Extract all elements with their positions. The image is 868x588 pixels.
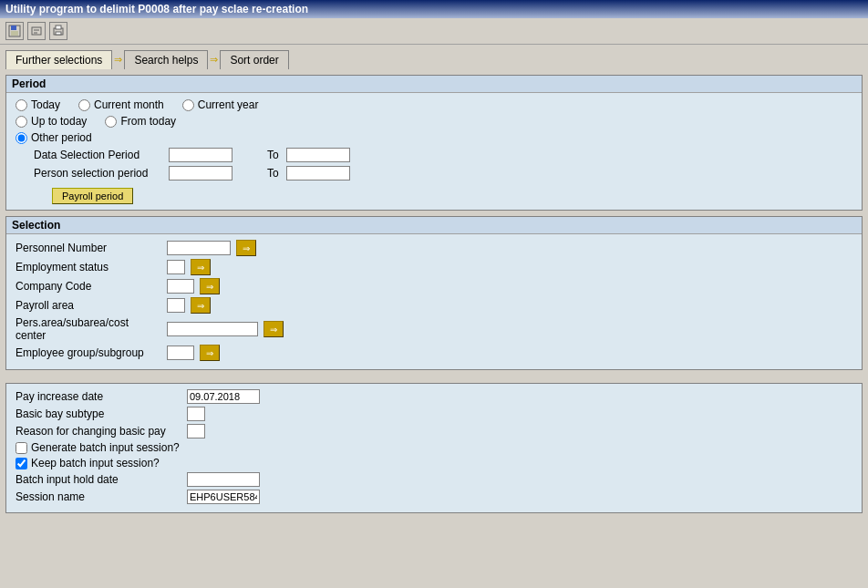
svg-rect-8	[56, 32, 61, 35]
tab-arrow-1: ⇒	[114, 54, 122, 66]
employment-status-input[interactable]	[167, 260, 185, 274]
sort-order-label: Sort order	[230, 54, 278, 67]
basic-bay-subtype-input[interactable]	[187, 407, 205, 421]
payroll-area-label: Payroll area	[16, 299, 161, 312]
further-selections-tab[interactable]: Further selections	[5, 50, 112, 69]
basic-bay-subtype-label: Basic bay subtype	[16, 407, 180, 420]
employee-group-label: Employee group/subgroup	[16, 346, 161, 359]
period-section: Period Today Current month Current year	[5, 75, 863, 211]
radio-current-month[interactable]	[78, 99, 90, 111]
command-icon[interactable]	[27, 22, 46, 40]
search-helps-label: Search helps	[134, 54, 198, 67]
payroll-area-arrow[interactable]: ⇒	[191, 297, 211, 314]
svg-rect-1	[11, 26, 16, 30]
svg-rect-3	[32, 27, 41, 35]
batch-hold-date-row: Batch input hold date	[16, 472, 852, 487]
batch-hold-date-input[interactable]	[187, 472, 260, 487]
sort-order-tab[interactable]: Sort order	[220, 50, 288, 69]
company-code-input[interactable]	[167, 279, 194, 294]
radio-up-to-today-label[interactable]: Up to today	[16, 115, 87, 128]
pers-area-label: Pers.area/subarea/cost center	[16, 316, 161, 342]
session-name-input[interactable]	[187, 490, 260, 504]
generate-batch-label: Generate batch input session?	[31, 441, 180, 454]
pers-area-row: Pers.area/subarea/cost center ⇒	[16, 316, 852, 342]
data-selection-to-label: To	[267, 149, 279, 161]
pay-increase-date-input[interactable]	[187, 389, 260, 404]
pay-increase-date-label: Pay increase date	[16, 390, 180, 403]
keep-batch-row: Keep batch input session?	[16, 457, 852, 469]
further-selections-label: Further selections	[16, 54, 102, 67]
title-text: Utility program to delimit P0008 after p…	[5, 3, 308, 15]
radio-current-year-label[interactable]: Current year	[182, 98, 259, 111]
personnel-number-label: Personnel Number	[16, 242, 161, 254]
personnel-number-row: Personnel Number ⇒	[16, 240, 852, 256]
payroll-area-row: Payroll area ⇒	[16, 297, 852, 314]
toolbar	[0, 18, 868, 45]
period-title: Period	[6, 76, 862, 93]
radio-today[interactable]	[16, 99, 27, 111]
keep-batch-label: Keep batch input session?	[31, 457, 160, 469]
radio-current-month-label[interactable]: Current month	[78, 98, 164, 111]
person-selection-period-input[interactable]	[169, 166, 232, 181]
pers-area-arrow[interactable]: ⇒	[264, 321, 284, 337]
reason-changing-pay-label: Reason for changing basic pay	[16, 425, 180, 438]
keep-batch-checkbox[interactable]	[16, 458, 27, 469]
employment-status-row: Employment status ⇒	[16, 259, 852, 275]
radio-today-label[interactable]: Today	[16, 98, 60, 111]
title-bar: Utility program to delimit P0008 after p…	[0, 0, 868, 18]
data-selection-period-input[interactable]	[169, 148, 232, 162]
employee-group-arrow[interactable]: ⇒	[200, 345, 220, 361]
tab-bar: Further selections ⇒ Search helps ⇒ Sort…	[5, 50, 863, 69]
person-selection-to-label: To	[267, 167, 279, 180]
radio-other-period-label[interactable]: Other period	[16, 131, 92, 144]
person-selection-to-input[interactable]	[286, 166, 350, 181]
data-selection-period-label: Data Selection Period	[34, 149, 161, 161]
employee-group-input[interactable]	[167, 346, 194, 360]
radio-other-period[interactable]	[16, 132, 27, 144]
person-selection-period-label: Person selection period	[34, 167, 161, 180]
reason-changing-pay-input[interactable]	[187, 424, 205, 438]
search-helps-tab[interactable]: Search helps	[124, 50, 208, 69]
print-icon[interactable]	[49, 22, 67, 40]
radio-from-today-label[interactable]: From today	[105, 115, 176, 128]
session-name-label: Session name	[16, 490, 180, 503]
session-name-row: Session name	[16, 490, 852, 504]
pers-area-input[interactable]	[167, 322, 258, 336]
pay-increase-date-row: Pay increase date	[16, 389, 852, 404]
personnel-number-arrow[interactable]: ⇒	[236, 240, 256, 256]
selection-section: Selection Personnel Number ⇒ Employment …	[5, 216, 863, 370]
company-code-label: Company Code	[16, 280, 161, 293]
employee-group-row: Employee group/subgroup ⇒	[16, 345, 852, 361]
company-code-row: Company Code ⇒	[16, 278, 852, 294]
svg-rect-7	[56, 26, 61, 29]
generate-batch-checkbox[interactable]	[16, 442, 27, 454]
payroll-area-input[interactable]	[167, 298, 185, 313]
svg-rect-2	[11, 31, 18, 36]
employment-status-label: Employment status	[16, 261, 161, 273]
tab-arrow-2: ⇒	[210, 54, 218, 66]
radio-current-year[interactable]	[182, 99, 194, 111]
basic-bay-subtype-row: Basic bay subtype	[16, 407, 852, 421]
save-icon[interactable]	[5, 22, 24, 40]
selection-title: Selection	[6, 217, 862, 234]
generate-batch-row: Generate batch input session?	[16, 441, 852, 454]
personnel-number-input[interactable]	[167, 241, 231, 255]
batch-hold-date-label: Batch input hold date	[16, 473, 180, 486]
radio-from-today[interactable]	[105, 116, 117, 128]
radio-up-to-today[interactable]	[16, 116, 27, 128]
reason-changing-pay-row: Reason for changing basic pay	[16, 424, 852, 438]
data-selection-to-input[interactable]	[286, 148, 350, 162]
payroll-period-button[interactable]: Payroll period	[52, 188, 133, 204]
employment-status-arrow[interactable]: ⇒	[191, 259, 211, 275]
company-code-arrow[interactable]: ⇒	[200, 278, 220, 294]
details-section: Pay increase date Basic bay subtype Reas…	[5, 383, 863, 513]
